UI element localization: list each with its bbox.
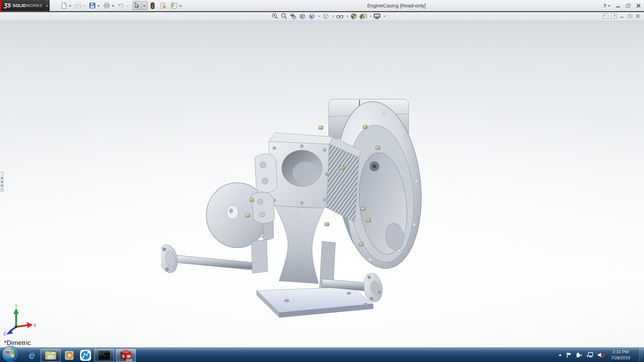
zoom-to-area-button[interactable] xyxy=(279,13,288,20)
rebuild-button[interactable] xyxy=(150,2,155,10)
title-bar: ƷS SOLIDWORKS ▸ xyxy=(0,0,644,11)
menu-expander-arrow-icon[interactable]: ▸ xyxy=(45,0,50,11)
feature-manager-splitter-tab[interactable]: ◀ ◀ ◀ xyxy=(0,172,3,191)
new-document-button[interactable] xyxy=(60,2,67,9)
splitter-arrow-icon: ◀ xyxy=(1,177,2,179)
print-button[interactable] xyxy=(103,2,110,9)
headsup-view-toolbar xyxy=(270,13,386,20)
taskbar-windows-explorer[interactable] xyxy=(41,349,61,362)
system-tray: 2:11 PM 7/28/2015 xyxy=(558,348,644,362)
edit-appearance-button[interactable] xyxy=(349,13,358,20)
taskbar-edrawings[interactable] xyxy=(78,349,93,362)
options-icon xyxy=(171,2,177,9)
select-cursor-icon xyxy=(133,2,140,9)
triad-y-label: Y xyxy=(15,305,17,308)
taskbar-media-player[interactable] xyxy=(62,349,77,362)
media-player-icon xyxy=(64,350,75,361)
print-dropdown[interactable] xyxy=(112,5,114,7)
rebuild-traffic-light-icon xyxy=(151,2,155,9)
zoom-to-area-icon xyxy=(280,13,287,20)
reference-triad: Y X Z xyxy=(3,305,36,336)
display-style-button[interactable] xyxy=(321,13,330,20)
undo-dropdown[interactable] xyxy=(126,5,129,7)
engine-casing-model[interactable] xyxy=(161,97,429,318)
standard-toolbar xyxy=(60,1,185,10)
volume-muted-icon[interactable] xyxy=(597,352,605,358)
edrawings-nodes-icon xyxy=(80,350,91,361)
apply-scene-button[interactable] xyxy=(358,13,368,20)
model-left-mount-tube xyxy=(161,240,268,274)
view-settings-dropdown[interactable] xyxy=(383,16,385,17)
new-document-icon xyxy=(61,2,67,9)
new-document-dropdown[interactable] xyxy=(69,5,71,7)
open-icon xyxy=(75,3,82,9)
help-button[interactable]: ? xyxy=(603,3,606,8)
zoom-to-fit-button[interactable] xyxy=(270,13,279,20)
undo-icon xyxy=(118,3,124,9)
document-restore-button[interactable] xyxy=(628,14,632,18)
collapse-left-pane-icon[interactable] xyxy=(602,13,608,18)
options-button[interactable] xyxy=(170,2,178,9)
document-minimize-button[interactable] xyxy=(620,14,625,18)
solidworks-cube-icon: S W 2015 xyxy=(119,349,132,361)
network-icon[interactable] xyxy=(587,352,593,358)
sw-year-badge: 2015 xyxy=(126,359,132,361)
apply-scene-dropdown[interactable] xyxy=(370,16,372,17)
menu-strip xyxy=(0,12,644,21)
hide-show-items-dropdown[interactable] xyxy=(346,16,348,17)
sw-letter-s: S xyxy=(122,354,125,359)
document-window-controls xyxy=(602,13,640,18)
previous-view-button[interactable] xyxy=(288,13,298,20)
undo-button[interactable] xyxy=(117,2,125,9)
show-desktop-button[interactable] xyxy=(638,348,643,362)
splitter-arrow-icon: ◀ xyxy=(1,184,2,186)
ds-logo-icon: ƷS xyxy=(4,3,11,9)
previous-view-icon xyxy=(289,13,297,20)
open-dropdown[interactable] xyxy=(83,5,86,7)
document-close-button[interactable] xyxy=(635,14,640,18)
save-button[interactable] xyxy=(89,2,96,9)
view-orientation-button[interactable] xyxy=(307,13,317,20)
save-dropdown[interactable] xyxy=(97,5,100,7)
display-style-dropdown[interactable] xyxy=(332,16,334,17)
view-orientation-dropdown[interactable] xyxy=(318,16,320,17)
brand-solid: SOLID xyxy=(12,3,26,8)
taskbar-clock[interactable]: 2:11 PM 7/28/2015 xyxy=(609,349,632,361)
help-dropdown[interactable] xyxy=(608,5,610,7)
view-settings-monitor-icon xyxy=(373,13,381,20)
open-button[interactable] xyxy=(74,2,82,9)
select-tool-dropdown[interactable] xyxy=(143,5,146,7)
expand-right-pane-icon[interactable] xyxy=(611,13,617,18)
minimize-button[interactable] xyxy=(616,4,621,8)
model-base-plate xyxy=(257,287,373,317)
window-controls: ? xyxy=(603,0,641,11)
solidworks-logo: ƷS SOLIDWORKS xyxy=(0,0,45,11)
select-divider xyxy=(141,2,142,9)
select-tool-button[interactable] xyxy=(133,2,140,9)
view-settings-button[interactable] xyxy=(372,13,382,20)
power-plug-icon[interactable] xyxy=(576,352,583,358)
clock-date: 7/28/2015 xyxy=(611,355,630,361)
hide-show-items-button[interactable] xyxy=(335,13,345,19)
appearance-ball-icon xyxy=(350,13,357,20)
taskbar-internet-explorer[interactable]: e xyxy=(24,349,39,362)
show-hidden-icons-button[interactable] xyxy=(558,354,562,356)
view-orientation-label: *Dimetric xyxy=(4,339,31,347)
action-center-flag-icon[interactable] xyxy=(566,352,572,358)
taskbar-solidworks[interactable]: S W 2015 xyxy=(116,349,136,362)
section-view-button[interactable] xyxy=(298,13,307,20)
options-dropdown[interactable] xyxy=(179,5,182,7)
model-cylinder-block xyxy=(269,133,361,284)
taskbar-command-prompt[interactable]: C:\_ xyxy=(94,349,114,362)
sw-letter-w: W xyxy=(127,354,131,359)
logo-red-stripe xyxy=(0,0,1,11)
close-button[interactable] xyxy=(636,4,641,8)
start-button[interactable] xyxy=(2,346,18,362)
file-properties-button[interactable] xyxy=(160,2,167,9)
triad-x-label: X xyxy=(34,323,36,328)
select-tool-group xyxy=(132,1,148,10)
taskbar: e C:\_ xyxy=(0,348,644,362)
clock-time: 2:11 PM xyxy=(611,349,630,355)
restore-button[interactable] xyxy=(626,4,631,8)
graphics-viewport[interactable]: ◀ ◀ ◀ xyxy=(0,21,644,348)
